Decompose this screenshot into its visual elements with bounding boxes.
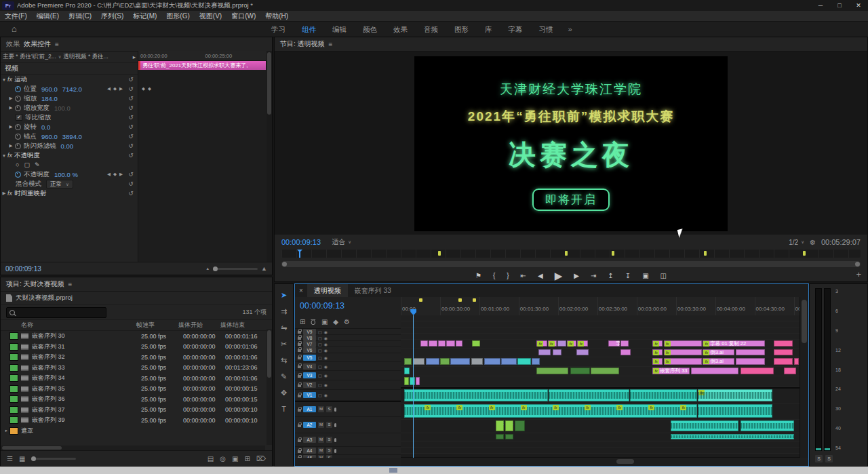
timeline-clip[interactable] [671,434,793,439]
param-value[interactable]: 100.0 % [54,171,78,178]
track-target-chip[interactable]: A4 [303,448,316,454]
ec-row[interactable]: ▶防闪烁滤镜0.00↺ [1,141,138,151]
timeline-clip[interactable] [620,349,631,355]
timeline-clip[interactable] [420,340,428,347]
timeline-clip[interactable]: fx [664,358,703,365]
track-header-V3[interactable]: V3▢◉ [295,371,401,380]
keyframe-prev-icon[interactable]: ◀ [107,86,111,92]
keyframe-diamond-icon[interactable]: ◆ [148,86,151,92]
razor-tool[interactable]: ✂ [281,340,287,349]
track-output-eye-icon[interactable]: ◉ [324,382,328,387]
scrollbar-vertical[interactable] [800,297,808,458]
program-scrubber[interactable] [281,250,861,258]
track-select-tool[interactable]: ⇉ [281,307,287,316]
mini-timeline-ruler[interactable]: 00:00:20:00 00:00:25:00 [138,51,272,61]
button-editor-icon[interactable]: + [856,269,861,279]
sequence-marker[interactable] [419,298,422,302]
workspace-tab-0[interactable]: 学习 [263,22,294,37]
snap-icon[interactable]: Ω [311,318,315,325]
timeline-settings-icon[interactable]: ⚙ [344,318,350,325]
timeline-clip[interactable] [505,434,513,439]
track-output-eye-icon[interactable]: ◉ [324,348,328,353]
reset-icon[interactable]: ↺ [125,142,136,149]
timeline-clip[interactable]: fx [652,358,663,365]
timeline-track-lane[interactable]: fxfxfx倒3.ai [401,349,800,357]
track-header-V7[interactable]: V7▢◉ [295,341,401,347]
timeline-track-lane[interactable]: fx嵌套序列 33 [401,367,800,376]
reset-icon[interactable]: ↺ [125,133,136,140]
timeline-clip[interactable] [774,340,793,347]
solo-button[interactable]: S [326,406,332,412]
expander-icon[interactable]: ▸ [3,428,9,433]
column-header-2[interactable]: 媒体开始 [178,321,220,330]
mark-out-button[interactable]: } [507,269,509,282]
solo-button[interactable]: S [326,455,332,458]
timeline-clip[interactable]: fx字幕 01 复制 22 [703,340,765,347]
nest-toggle-icon[interactable]: ⊞ [300,318,305,325]
timeline-track-lane[interactable] [401,315,800,321]
reset-icon[interactable]: ↺ [125,123,136,130]
column-header-1[interactable]: 帧速率 [136,321,178,330]
track-output-eye-icon[interactable]: ◉ [324,364,328,369]
track-lock-icon[interactable] [298,457,301,458]
param-value[interactable]: 960.0 [41,85,58,93]
mute-button[interactable]: M [318,422,324,428]
workspace-tab-6[interactable]: 图形 [446,22,477,37]
tab-program[interactable]: 节目: 透明视频 [280,39,325,49]
export-frame-button[interactable]: ▣ [642,269,648,282]
keyframe-next-icon[interactable]: ▶ [119,172,123,177]
track-header-A1[interactable]: A1MS [295,401,401,417]
table-row[interactable]: 嵌套序列 3725.00 fps00:00:00:0000:00:00:10 [1,405,272,416]
track-output-eye-icon[interactable]: ◉ [324,393,328,397]
home-icon[interactable]: ⌂ [7,22,22,37]
keyframe-diamond-icon[interactable]: ◆ [142,86,145,92]
menu-item-3[interactable]: 序列(S) [96,11,128,21]
panel-menu-icon[interactable]: ≡ [55,41,59,48]
timeline-track-lane[interactable]: fxfxfxfxfxfxfxfxfx [401,403,800,420]
reset-icon[interactable]: ↺ [125,180,136,187]
timeline-clip[interactable]: fx [698,389,772,401]
timeline-clip[interactable] [591,368,618,374]
track-target-chip[interactable]: A5 [303,455,316,458]
timeline-playhead-head[interactable] [410,309,416,315]
track-lock-icon[interactable] [298,343,301,346]
track-lock-icon[interactable] [298,331,301,334]
mic-icon[interactable] [334,423,336,427]
timeline-clip[interactable] [404,389,548,401]
keyframe-add-icon[interactable]: ◆ [113,86,117,92]
timeline-clip[interactable]: fx嵌套序列 33 [652,368,690,374]
timeline-playhead[interactable] [413,315,414,458]
timeline-tab-0[interactable]: 透明视频 [307,284,348,297]
checkbox[interactable]: ✓ [16,114,22,121]
add-marker-button[interactable]: ⚑ [475,269,481,282]
tab-project[interactable]: 项目: 天财决赛视频 [6,279,64,289]
track-lock-icon[interactable] [298,375,301,378]
track-header-V5[interactable]: V5▢◉ [295,353,401,362]
ec-row[interactable]: ○▢✎ [1,160,138,170]
mask-rect-icon[interactable]: ▢ [24,161,30,168]
timeline-track-lane[interactable] [401,376,800,387]
reset-icon[interactable]: ↺ [125,76,136,83]
zoom-control[interactable]: ▲ ▲ [205,265,267,272]
timeline-clip[interactable]: fx倒3.ai [703,349,734,355]
solo-button[interactable]: S [815,455,823,462]
expander-icon[interactable]: ▼ [1,153,7,158]
timeline-clip[interactable]: fx [664,340,703,347]
solo-button[interactable]: S [326,448,332,454]
mic-icon[interactable] [334,449,336,453]
track-header-V6[interactable]: V6▢◉ [295,347,401,353]
ec-row[interactable]: 锚点960.03894.0↺ [1,132,138,141]
track-header-V8[interactable]: V8▢◉ [295,335,401,341]
timeline-clip[interactable] [774,358,793,365]
sync-lock-icon[interactable]: ▢ [318,342,322,347]
param-value[interactable]: 184.0 [41,95,58,102]
timeline-clip[interactable] [532,358,540,365]
track-target-chip[interactable]: V5 [303,355,316,361]
expander-icon[interactable]: ▼ [1,77,7,82]
lift-button[interactable]: ↥ [608,269,613,282]
menu-item-8[interactable]: 帮助(H) [260,11,293,21]
menu-item-6[interactable]: 视图(V) [195,11,226,21]
maximize-button[interactable]: □ [830,0,849,11]
menu-item-4[interactable]: 标记(M) [128,11,161,21]
program-playhead[interactable] [299,250,300,258]
